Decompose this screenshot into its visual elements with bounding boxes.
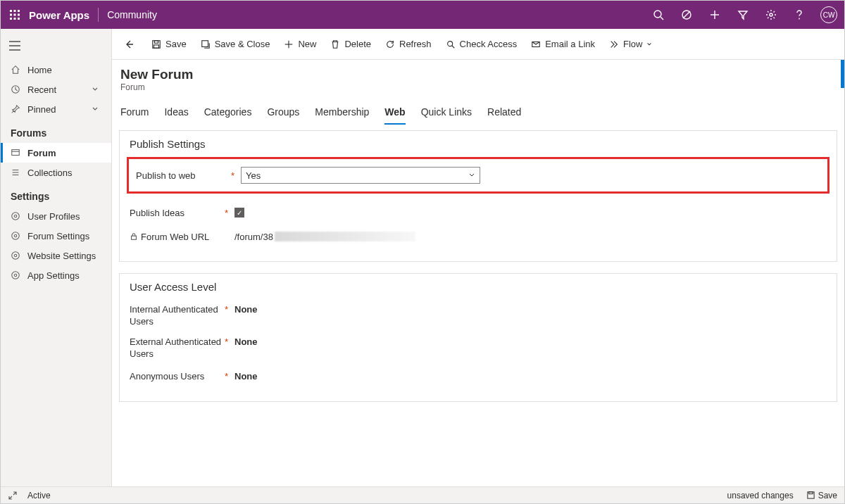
svg-rect-2 xyxy=(18,10,20,12)
sidebar-item-collections[interactable]: Collections xyxy=(1,163,111,182)
refresh-button[interactable]: Refresh xyxy=(378,33,439,56)
filter-icon[interactable] xyxy=(729,1,757,29)
sidebar-pinned[interactable]: Pinned xyxy=(1,99,111,119)
svg-line-42 xyxy=(451,45,454,48)
sidebar-item-app-settings[interactable]: App Settings xyxy=(1,265,111,285)
tab-quick-links[interactable]: Quick Links xyxy=(421,101,472,125)
cmd-label: Save xyxy=(165,39,187,49)
cmd-label: New xyxy=(298,39,316,49)
clock-icon xyxy=(11,84,20,94)
publish-to-web-label: Publish to web xyxy=(136,170,231,181)
refresh-icon xyxy=(385,39,395,49)
target-icon[interactable] xyxy=(672,1,701,29)
section-publish-settings: Publish Settings Publish to web * Yes xyxy=(119,130,837,262)
required-marker: * xyxy=(231,170,241,181)
help-icon[interactable] xyxy=(785,1,813,29)
svg-rect-37 xyxy=(154,44,159,47)
plus-icon xyxy=(284,39,294,49)
svg-point-29 xyxy=(14,234,17,237)
forum-icon xyxy=(11,148,20,158)
page-title: New Forum xyxy=(120,67,836,82)
tab-forum[interactable]: Forum xyxy=(120,101,149,125)
tab-related[interactable]: Related xyxy=(487,101,521,125)
publish-to-web-select[interactable]: Yes xyxy=(241,167,480,184)
back-button[interactable] xyxy=(118,33,140,56)
save-icon xyxy=(151,39,161,49)
settings-icon[interactable] xyxy=(757,1,785,29)
check-access-button[interactable]: Check Access xyxy=(439,33,525,56)
sidebar-pinned-label: Pinned xyxy=(27,104,56,115)
sidebar-item-label: Collections xyxy=(27,168,73,178)
trash-icon xyxy=(330,39,340,49)
pin-icon xyxy=(11,104,20,114)
email-link-button[interactable]: Email a Link xyxy=(524,33,602,56)
new-button[interactable]: New xyxy=(277,33,323,56)
gear-icon xyxy=(11,270,20,280)
footer-save-label: Save xyxy=(818,491,837,500)
sidebar: Home Recent Pinned Forums Forum Collecti… xyxy=(1,29,112,486)
svg-point-32 xyxy=(12,252,20,260)
svg-point-34 xyxy=(12,272,20,279)
footer-save-button[interactable]: Save xyxy=(806,491,837,500)
cmd-label: Save & Close xyxy=(215,39,270,49)
sidebar-section-forums: Forums xyxy=(1,119,111,143)
save-button[interactable]: Save xyxy=(144,33,194,56)
required-marker: * xyxy=(225,304,234,315)
add-icon[interactable] xyxy=(701,1,729,29)
sidebar-item-label: Forum Settings xyxy=(27,231,89,241)
svg-rect-3 xyxy=(10,14,12,16)
app-header: Power Apps Community CW xyxy=(1,1,844,29)
internal-users-value[interactable]: None xyxy=(234,304,258,315)
external-users-value[interactable]: None xyxy=(234,336,258,347)
publish-ideas-checkbox[interactable]: ✓ xyxy=(234,208,244,218)
tab-membership[interactable]: Membership xyxy=(315,101,369,125)
svg-line-10 xyxy=(661,17,663,20)
search-icon[interactable] xyxy=(644,1,672,29)
delete-button[interactable]: Delete xyxy=(323,33,378,56)
external-users-label: External Authenticated Users xyxy=(130,336,225,360)
save-close-button[interactable]: Save & Close xyxy=(194,33,277,56)
app-launcher-icon[interactable] xyxy=(1,1,29,29)
tab-groups[interactable]: Groups xyxy=(267,101,299,125)
anonymous-users-value[interactable]: None xyxy=(234,371,258,382)
tab-bar: Forum Ideas Categories Groups Membership… xyxy=(112,101,844,125)
sidebar-home[interactable]: Home xyxy=(1,60,111,80)
svg-rect-36 xyxy=(154,40,158,43)
cmd-label: Refresh xyxy=(399,39,432,49)
tab-ideas[interactable]: Ideas xyxy=(164,101,188,125)
sidebar-item-user-profiles[interactable]: User Profiles xyxy=(1,206,111,226)
cmd-label: Check Access xyxy=(460,39,518,49)
save-close-icon xyxy=(201,39,211,49)
sidebar-section-settings: Settings xyxy=(1,182,111,206)
svg-point-30 xyxy=(12,232,20,240)
anonymous-users-label: Anonymous Users xyxy=(130,371,225,382)
forum-web-url-value: /forum/38 xyxy=(234,232,273,242)
hamburger-icon[interactable] xyxy=(1,32,29,60)
chevron-down-icon xyxy=(646,42,652,47)
list-icon xyxy=(11,168,20,177)
svg-rect-38 xyxy=(201,40,208,46)
sidebar-recent[interactable]: Recent xyxy=(1,80,111,99)
section-user-access: User Access Level Internal Authenticated… xyxy=(119,273,837,402)
expand-icon[interactable] xyxy=(8,491,18,500)
command-bar: Save Save & Close New Delete Refresh xyxy=(112,29,844,60)
sidebar-item-label: Forum xyxy=(27,148,56,158)
sidebar-item-forum-settings[interactable]: Forum Settings xyxy=(1,226,111,246)
user-avatar[interactable]: CW xyxy=(820,6,837,23)
sidebar-item-website-settings[interactable]: Website Settings xyxy=(1,246,111,265)
sidebar-item-label: Website Settings xyxy=(27,251,96,261)
svg-rect-8 xyxy=(18,18,20,20)
tab-web[interactable]: Web xyxy=(384,101,405,125)
entity-name: Forum xyxy=(120,82,836,92)
scrollbar-thumb[interactable] xyxy=(841,60,844,88)
svg-rect-5 xyxy=(18,14,20,16)
svg-rect-44 xyxy=(132,236,137,239)
person-search-icon xyxy=(446,39,456,49)
flow-button[interactable]: Flow xyxy=(602,33,659,56)
tab-categories[interactable]: Categories xyxy=(204,101,252,125)
sidebar-item-forum[interactable]: Forum xyxy=(1,143,111,163)
highlight-box: Publish to web * Yes xyxy=(127,157,830,194)
content-area: Save Save & Close New Delete Refresh xyxy=(112,29,844,486)
gear-icon xyxy=(11,211,20,221)
footer-status: Active xyxy=(27,491,51,500)
